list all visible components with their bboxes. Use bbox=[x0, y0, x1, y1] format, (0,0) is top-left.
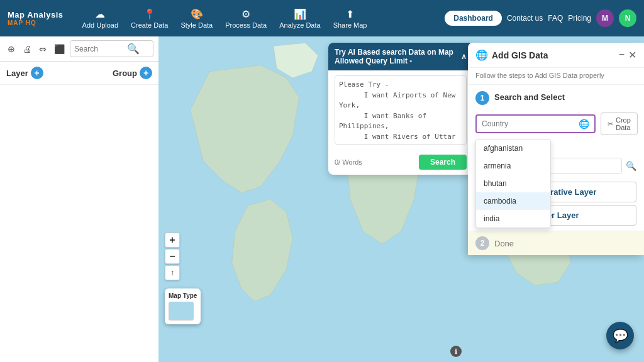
search-input-box[interactable]: 🔍 bbox=[70, 40, 153, 57]
search-input[interactable] bbox=[74, 45, 125, 53]
measure-icon[interactable]: ⇔ bbox=[36, 43, 49, 55]
step1-number: 1 bbox=[475, 91, 489, 105]
layer-search-icon[interactable]: 🔍 bbox=[626, 161, 636, 171]
map-thumbnail[interactable] bbox=[169, 302, 194, 321]
gis-close-button[interactable]: ✕ bbox=[628, 49, 636, 61]
upload-icon: ☁ bbox=[95, 8, 105, 20]
faq-button[interactable]: FAQ bbox=[548, 14, 563, 23]
dropdown-item-india[interactable]: india bbox=[476, 210, 550, 228]
dropdown-item-armenia[interactable]: armenia bbox=[476, 157, 550, 175]
zoom-controls: + − ↑ bbox=[165, 233, 180, 280]
gis-panel-header: 🌐 Add GIS Data − ✕ bbox=[468, 43, 644, 68]
crop-data-button[interactable]: ✂ Crop Data bbox=[601, 112, 638, 135]
ai-panel-footer: 0/ Words Search bbox=[328, 152, 473, 175]
globe-input-icon[interactable]: 🌐 bbox=[579, 119, 589, 129]
ai-panel-header: Try AI Based search Data on Map Allowed … bbox=[328, 43, 473, 70]
ai-panel: Try AI Based search Data on Map Allowed … bbox=[328, 43, 473, 175]
chart-icon: 📊 bbox=[294, 8, 306, 20]
share-icon: ⬆ bbox=[346, 8, 354, 20]
ai-query-textarea[interactable]: Please Try - I want Airports of New York… bbox=[335, 75, 467, 145]
nav-share-map[interactable]: ⬆ Share Map bbox=[327, 6, 374, 31]
map-type-label: Map Type bbox=[169, 292, 197, 299]
add-layer-button[interactable]: + bbox=[31, 67, 43, 79]
nav-create-data[interactable]: 📍 Create Data bbox=[125, 6, 174, 31]
ai-panel-title: Try AI Based search Data on Map Allowed … bbox=[335, 48, 453, 65]
zoom-out-button[interactable]: − bbox=[165, 249, 180, 264]
topbar: Map Analysis MAP HQ ☁ Add Upload 📍 Creat… bbox=[0, 0, 644, 36]
user-avatar-1[interactable]: M bbox=[596, 9, 614, 27]
group-button[interactable]: Group + bbox=[113, 67, 152, 79]
gis-step2: 2 Done bbox=[468, 231, 644, 255]
main-area: ⊕ 🖨 ⇔ ⬛ 🔍 Layer + Group + bbox=[0, 36, 644, 362]
crosshair-icon[interactable]: ⊕ bbox=[5, 43, 18, 55]
user-avatar-2[interactable]: N bbox=[619, 9, 636, 27]
nav-analyze-data[interactable]: 📊 Analyze Data bbox=[273, 6, 326, 31]
top-right-buttons: Dashboard Contact us FAQ Pricing M N bbox=[445, 9, 636, 27]
info-icon[interactable]: ℹ bbox=[450, 346, 462, 357]
gis-panel-title: 🌐 Add GIS Data bbox=[475, 49, 548, 61]
nav-share-map-label: Share Map bbox=[333, 21, 367, 29]
ai-panel-close-icon[interactable]: ∧ bbox=[461, 52, 467, 61]
country-input-wrapper[interactable]: 🌐 bbox=[475, 114, 596, 133]
country-input[interactable] bbox=[482, 119, 576, 128]
zoom-in-button[interactable]: + bbox=[165, 233, 180, 248]
country-search-row: 🌐 ✂ Crop Data afghanistan armenia bhutan… bbox=[468, 109, 644, 139]
layer-button[interactable]: Layer + bbox=[6, 67, 43, 79]
word-count: 0/ Words bbox=[335, 158, 362, 166]
left-panel: ⊕ 🖨 ⇔ ⬛ 🔍 Layer + Group + bbox=[0, 36, 158, 362]
brand-subtitle: MAP HQ bbox=[8, 19, 36, 26]
chat-bubble-button[interactable]: 💬 bbox=[606, 322, 634, 349]
gis-panel-subtitle: Follow the steps to Add GIS Data properl… bbox=[468, 68, 644, 85]
gear-icon: ⚙ bbox=[242, 8, 250, 20]
globe-icon: 🌐 bbox=[475, 49, 488, 61]
palette-icon: 🎨 bbox=[191, 8, 203, 20]
dropdown-item-bhutan[interactable]: bhutan bbox=[476, 175, 550, 192]
gis-step1: 1 Search and Select bbox=[468, 85, 644, 109]
step2-label: Done bbox=[494, 239, 514, 248]
ai-panel-body: Please Try - I want Airports of New York… bbox=[328, 70, 473, 152]
dropdown-item-cambodia[interactable]: cambodia bbox=[476, 192, 550, 210]
print-icon[interactable]: 🖨 bbox=[20, 43, 34, 55]
nav-process-data[interactable]: ⚙ Process Data bbox=[219, 6, 273, 31]
map-container[interactable]: + − ↑ Map Type Try AI Based search Data … bbox=[158, 36, 644, 362]
compass-button[interactable]: ↑ bbox=[165, 265, 180, 280]
gis-panel: 🌐 Add GIS Data − ✕ Follow the steps to A… bbox=[468, 43, 644, 255]
layers-icon[interactable]: ⬛ bbox=[52, 43, 67, 55]
map-toolbar: ⊕ 🖨 ⇔ ⬛ 🔍 bbox=[0, 36, 158, 62]
step2-number: 2 bbox=[475, 236, 489, 250]
nav-style-data-label: Style Data bbox=[180, 21, 213, 29]
crop-icon: ✂ bbox=[608, 120, 613, 128]
country-dropdown: afghanistan armenia bhutan cambodia indi… bbox=[475, 139, 551, 228]
nav-add-upload-label: Add Upload bbox=[82, 21, 119, 29]
contact-button[interactable]: Contact us bbox=[507, 14, 543, 23]
nav-process-data-label: Process Data bbox=[225, 21, 267, 29]
nav-add-upload[interactable]: ☁ Add Upload bbox=[76, 6, 125, 31]
gis-minimize-button[interactable]: − bbox=[619, 49, 625, 61]
pricing-button[interactable]: Pricing bbox=[568, 14, 591, 23]
gis-panel-controls: − ✕ bbox=[619, 49, 636, 61]
nav-style-data[interactable]: 🎨 Style Data bbox=[174, 6, 219, 31]
brand-title: Map Analysis bbox=[8, 10, 64, 19]
dashboard-button[interactable]: Dashboard bbox=[445, 11, 502, 26]
ai-search-button[interactable]: Search bbox=[419, 155, 467, 170]
layer-label: Layer bbox=[6, 69, 28, 78]
dropdown-item-afghanistan[interactable]: afghanistan bbox=[476, 140, 550, 157]
layer-group-bar: Layer + Group + bbox=[0, 62, 158, 85]
step1-label: Search and Select bbox=[494, 91, 565, 102]
group-label: Group bbox=[113, 69, 137, 78]
map-type-panel: Map Type bbox=[165, 288, 201, 324]
search-icon: 🔍 bbox=[127, 43, 140, 55]
pin-icon: 📍 bbox=[143, 8, 156, 20]
brand: Map Analysis MAP HQ bbox=[8, 10, 64, 26]
nav-create-data-label: Create Data bbox=[131, 21, 168, 29]
add-group-button[interactable]: + bbox=[140, 67, 152, 79]
nav-analyze-data-label: Analyze Data bbox=[279, 21, 320, 29]
